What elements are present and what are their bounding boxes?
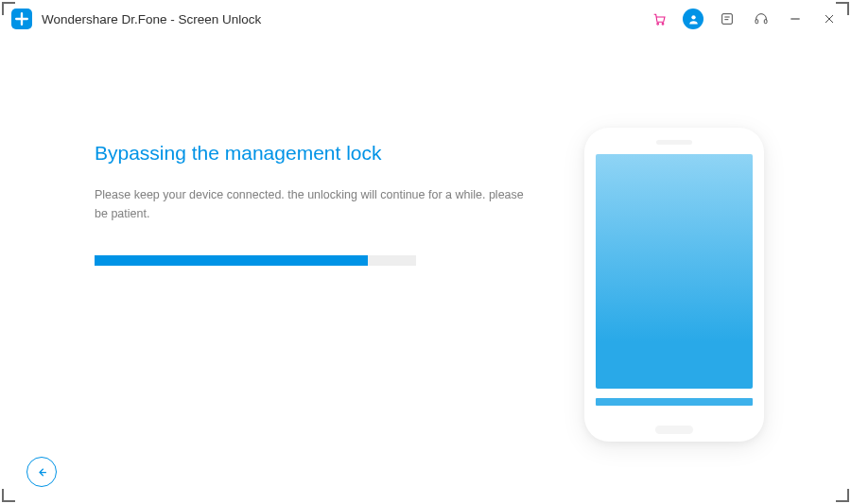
user-icon[interactable] bbox=[683, 9, 703, 29]
progress-panel: Bypassing the management lock Please kee… bbox=[95, 142, 530, 442]
back-button[interactable] bbox=[26, 457, 57, 487]
corner-marker bbox=[2, 489, 15, 502]
headset-icon[interactable] bbox=[751, 9, 772, 29]
minimize-button[interactable] bbox=[785, 9, 806, 29]
svg-rect-4 bbox=[755, 20, 758, 24]
phone-nav-bar bbox=[596, 398, 753, 406]
corner-marker bbox=[836, 489, 849, 502]
svg-point-0 bbox=[657, 23, 659, 25]
phone-home-button bbox=[655, 426, 693, 434]
progress-bar bbox=[95, 255, 416, 266]
title-bar: Wondershare Dr.Fone - Screen Unlock bbox=[0, 0, 851, 38]
phone-screen bbox=[596, 154, 753, 389]
main-content: Bypassing the management lock Please kee… bbox=[0, 38, 851, 442]
app-window: Wondershare Dr.Fone - Screen Unlock bbox=[0, 0, 851, 504]
cart-icon[interactable] bbox=[649, 9, 669, 29]
close-button[interactable] bbox=[819, 9, 840, 29]
device-illustration bbox=[567, 128, 780, 442]
app-logo-icon bbox=[11, 9, 32, 29]
phone-mockup bbox=[584, 128, 764, 442]
svg-rect-3 bbox=[722, 14, 733, 25]
progress-subtext: Please keep your device connected. the u… bbox=[95, 185, 530, 223]
app-title: Wondershare Dr.Fone - Screen Unlock bbox=[42, 12, 649, 26]
svg-point-2 bbox=[691, 15, 695, 19]
progress-heading: Bypassing the management lock bbox=[95, 142, 530, 165]
feedback-icon[interactable] bbox=[717, 9, 738, 29]
titlebar-actions bbox=[649, 9, 840, 29]
svg-rect-5 bbox=[764, 20, 767, 24]
phone-speaker bbox=[656, 140, 692, 145]
svg-point-1 bbox=[662, 23, 664, 25]
progress-fill bbox=[95, 255, 368, 266]
